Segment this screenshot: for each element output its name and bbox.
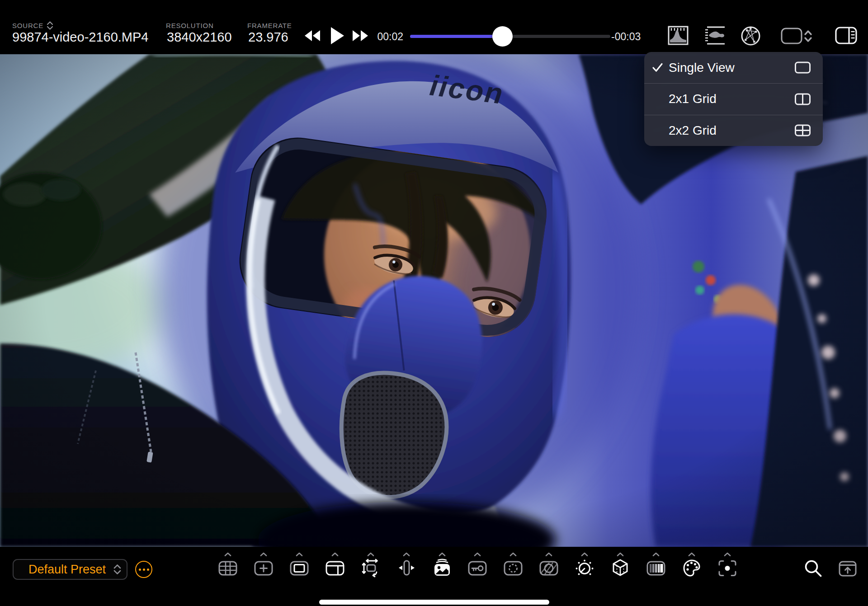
home-indicator[interactable] xyxy=(319,600,549,605)
vectorscope-icon xyxy=(741,26,761,46)
transform-tool[interactable] xyxy=(360,552,381,578)
rewind-icon xyxy=(304,30,321,42)
grid-overlay-icon xyxy=(218,558,238,578)
menu-item-label: Single View xyxy=(669,61,794,75)
layout-icon xyxy=(325,558,345,578)
waveform-scope-icon xyxy=(704,26,726,45)
framerate-value: 23.976 xyxy=(248,30,288,45)
chevron-up-icon xyxy=(296,552,303,556)
chevron-up-icon xyxy=(474,552,481,556)
menu-item-2x1-grid[interactable]: 2x1 Grid xyxy=(644,83,823,114)
checkmark-icon xyxy=(652,63,666,72)
chevron-up-icon xyxy=(367,552,374,556)
chevron-up-icon xyxy=(439,552,446,556)
center-focus-tool[interactable] xyxy=(717,552,738,578)
chevron-up-icon xyxy=(688,552,695,556)
lut-cube-tool[interactable] xyxy=(610,552,631,578)
histogram-icon xyxy=(668,26,689,45)
tools-row xyxy=(217,552,738,578)
mask-icon xyxy=(539,558,559,578)
chevron-up-icon xyxy=(260,552,267,556)
bottom-toolbar: Default Preset xyxy=(0,547,868,606)
menu-item-single-view[interactable]: Single View xyxy=(644,52,823,83)
progress-slider[interactable] xyxy=(410,35,610,38)
frame-icon xyxy=(289,558,309,578)
grid-overlay-tool[interactable] xyxy=(217,552,238,578)
layout-tool[interactable] xyxy=(325,552,345,578)
more-options-button[interactable] xyxy=(135,561,152,578)
menu-item-2x2-grid[interactable]: 2x2 Grid xyxy=(644,115,823,146)
chevron-up-icon xyxy=(331,552,339,556)
resolution-value: 3840x2160 xyxy=(167,30,232,45)
rewind-button[interactable] xyxy=(304,30,321,42)
preset-chevrons-icon xyxy=(113,564,121,575)
add-tool[interactable] xyxy=(253,552,274,578)
progress-thumb[interactable] xyxy=(492,26,513,47)
fast-forward-button[interactable] xyxy=(352,30,369,42)
chevron-up-icon xyxy=(224,552,231,556)
chevron-up-icon xyxy=(652,552,660,556)
framerate-label: FRAMERATE xyxy=(247,22,292,29)
view-mode-button[interactable] xyxy=(781,27,812,46)
search-button[interactable] xyxy=(803,559,823,580)
search-icon xyxy=(803,559,823,578)
chevron-up-icon xyxy=(403,552,410,556)
photos-icon xyxy=(432,558,452,578)
resolution-label: RESOLUTION xyxy=(166,22,214,29)
chevron-up-icon xyxy=(509,552,517,556)
transform-icon xyxy=(361,558,381,578)
cube-icon xyxy=(610,558,630,578)
photos-tool[interactable] xyxy=(432,552,453,578)
remaining-time: -00:03 xyxy=(611,31,641,43)
add-icon xyxy=(254,558,274,578)
elapsed-time: 00:02 xyxy=(370,31,403,43)
frame-tool[interactable] xyxy=(289,552,310,578)
preset-select[interactable]: Default Preset xyxy=(13,559,127,580)
grid-2x1-icon xyxy=(794,93,811,106)
key-icon xyxy=(467,558,487,578)
selection-tool[interactable] xyxy=(503,552,524,578)
sidebar-toggle-button[interactable] xyxy=(835,26,858,46)
view-mode-menu: Single View 2x1 Grid 2x2 Grid xyxy=(644,52,823,146)
selection-icon xyxy=(503,558,523,578)
menu-item-label: 2x2 Grid xyxy=(669,123,794,138)
menu-item-label: 2x1 Grid xyxy=(669,92,794,106)
progress-fill xyxy=(410,35,502,38)
grid-2x2-icon xyxy=(794,124,811,137)
keyframe-tool[interactable] xyxy=(467,552,488,578)
export-icon xyxy=(838,559,858,578)
ellipsis-icon xyxy=(139,568,141,571)
source-filename[interactable]: 99874-video-2160.MP4 xyxy=(12,30,148,45)
play-icon xyxy=(330,27,344,44)
chevron-up-icon xyxy=(545,552,552,556)
chevron-up-icon xyxy=(581,552,588,556)
play-button[interactable] xyxy=(330,27,344,44)
exposure-strips-tool[interactable] xyxy=(646,552,666,578)
view-mode-icon xyxy=(781,27,812,45)
single-view-icon xyxy=(794,61,811,74)
mask-tool[interactable] xyxy=(538,552,559,578)
dial-icon xyxy=(575,558,594,578)
export-button[interactable] xyxy=(838,559,858,580)
chevron-up-icon xyxy=(617,552,624,556)
top-bar: SOURCE 99874-video-2160.MP4 RESOLUTION 3… xyxy=(0,0,868,54)
palette-icon xyxy=(682,558,702,578)
width-adjust-icon xyxy=(396,558,416,578)
palette-tool[interactable] xyxy=(681,552,702,578)
chevron-up-icon xyxy=(724,552,731,556)
dial-tool[interactable] xyxy=(574,552,595,578)
source-selector-chevron-icon[interactable] xyxy=(47,21,53,30)
strips-icon xyxy=(646,558,666,578)
center-focus-icon xyxy=(717,558,737,578)
sidebar-toggle-icon xyxy=(835,26,858,45)
waveform-scope-button[interactable] xyxy=(704,26,726,47)
vectorscope-button[interactable] xyxy=(741,26,761,47)
source-label: SOURCE xyxy=(12,22,43,29)
width-adjust-tool[interactable] xyxy=(396,552,417,578)
histogram-button[interactable] xyxy=(668,26,689,47)
fast-forward-icon xyxy=(352,30,369,42)
preset-label: Default Preset xyxy=(21,563,113,577)
